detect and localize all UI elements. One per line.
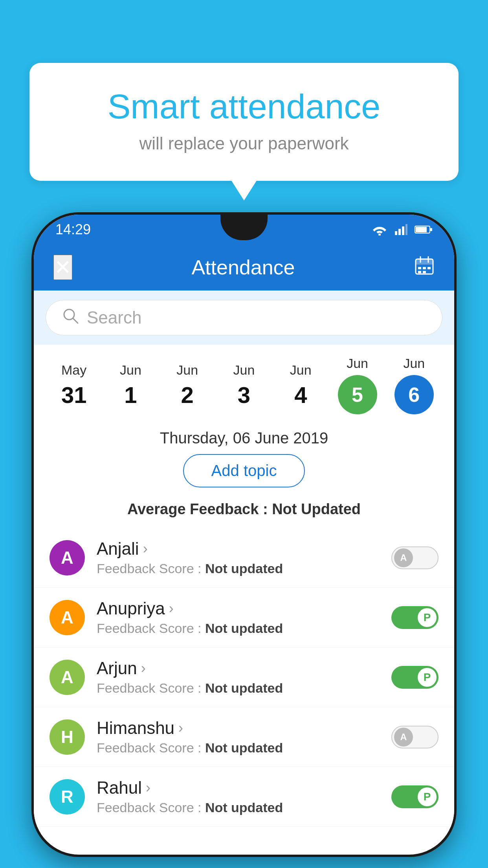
- student-info: Anjali›Feedback Score : Not updated: [97, 539, 380, 576]
- date-day: 2: [181, 382, 194, 408]
- svg-rect-9: [416, 259, 433, 265]
- close-button[interactable]: ✕: [53, 255, 72, 280]
- student-name[interactable]: Rahul›: [97, 778, 380, 798]
- attendance-toggle[interactable]: P: [391, 785, 438, 808]
- date-day: 6: [394, 375, 434, 414]
- student-item: HHimanshu›Feedback Score : Not updatedA: [34, 707, 454, 767]
- signal-icon: [395, 224, 407, 235]
- feedback-score: Feedback Score : Not updated: [97, 800, 380, 815]
- date-month: Jun: [233, 362, 255, 378]
- student-list: AAnjali›Feedback Score : Not updatedAAAn…: [34, 528, 454, 827]
- attendance-toggle[interactable]: P: [391, 606, 438, 629]
- toggle-knob: P: [418, 787, 437, 806]
- search-bar[interactable]: Search: [46, 300, 442, 335]
- svg-line-18: [73, 318, 78, 323]
- bubble-subtitle: will replace your paperwork: [61, 134, 427, 153]
- chevron-right-icon: ›: [143, 541, 148, 557]
- status-bar: 14:29: [34, 215, 454, 244]
- date-month: Jun: [290, 362, 312, 378]
- svg-rect-1: [395, 231, 397, 235]
- feedback-score: Feedback Score : Not updated: [97, 561, 380, 576]
- svg-rect-4: [405, 224, 407, 235]
- student-item: RRahul›Feedback Score : Not updatedP: [34, 767, 454, 827]
- selected-date-display: Thursday, 06 June 2019: [34, 418, 454, 454]
- student-name-text: Anupriya: [97, 599, 165, 618]
- date-col[interactable]: Jun6: [386, 356, 442, 414]
- svg-rect-12: [418, 267, 421, 269]
- date-col[interactable]: Jun1: [102, 362, 159, 408]
- date-col[interactable]: May31: [46, 362, 102, 408]
- feedback-score: Feedback Score : Not updated: [97, 680, 380, 696]
- svg-rect-15: [418, 271, 421, 273]
- battery-icon: [415, 225, 433, 234]
- wifi-icon: [371, 224, 388, 235]
- chevron-right-icon: ›: [169, 600, 174, 617]
- student-info: Anupriya›Feedback Score : Not updated: [97, 599, 380, 636]
- date-strip: May31Jun1Jun2Jun3Jun4Jun5Jun6: [34, 345, 454, 418]
- chevron-right-icon: ›: [141, 660, 146, 677]
- student-name[interactable]: Anupriya›: [97, 599, 380, 618]
- attendance-toggle[interactable]: P: [391, 666, 438, 689]
- student-info: Himanshu›Feedback Score : Not updated: [97, 718, 380, 756]
- header-title: Attendance: [191, 256, 295, 279]
- status-icons: [371, 224, 433, 235]
- date-month: Jun: [120, 362, 141, 378]
- speech-bubble-section: Smart attendance will replace your paper…: [29, 63, 459, 181]
- student-name-text: Rahul: [97, 778, 142, 798]
- chevron-right-icon: ›: [146, 780, 150, 796]
- phone-frame: 14:29: [31, 212, 457, 857]
- student-name-text: Anjali: [97, 539, 139, 559]
- search-container: Search: [34, 291, 454, 345]
- chevron-right-icon: ›: [178, 720, 183, 736]
- student-item: AAnjali›Feedback Score : Not updatedA: [34, 528, 454, 588]
- student-name[interactable]: Anjali›: [97, 539, 380, 559]
- date-month: Jun: [347, 356, 368, 371]
- date-col[interactable]: Jun4: [272, 362, 329, 408]
- student-name[interactable]: Himanshu›: [97, 718, 380, 738]
- svg-rect-14: [427, 267, 431, 269]
- svg-rect-2: [398, 229, 401, 235]
- avatar: A: [50, 540, 85, 576]
- attendance-toggle[interactable]: A: [391, 726, 438, 748]
- search-icon: [62, 307, 79, 328]
- calendar-icon[interactable]: [414, 255, 435, 280]
- date-day: 3: [238, 382, 250, 408]
- date-month: May: [61, 362, 86, 378]
- notch: [220, 215, 268, 240]
- svg-rect-6: [416, 227, 427, 232]
- date-col[interactable]: Jun5: [329, 356, 385, 414]
- phone-screen: 14:29: [34, 215, 454, 855]
- avg-feedback: Average Feedback : Not Updated: [34, 497, 454, 528]
- svg-rect-7: [430, 228, 432, 231]
- date-day: 4: [294, 382, 307, 408]
- avg-feedback-label: Average Feedback :: [127, 501, 268, 517]
- student-name-text: Himanshu: [97, 718, 174, 738]
- student-item: AArjun›Feedback Score : Not updatedP: [34, 647, 454, 707]
- toggle-knob: A: [394, 728, 413, 747]
- avg-feedback-value: Not Updated: [272, 501, 361, 517]
- svg-rect-13: [423, 267, 426, 269]
- feedback-score: Feedback Score : Not updated: [97, 740, 380, 756]
- search-placeholder: Search: [87, 308, 141, 327]
- student-item: AAnupriya›Feedback Score : Not updatedP: [34, 588, 454, 647]
- feedback-score: Feedback Score : Not updated: [97, 621, 380, 636]
- student-name[interactable]: Arjun›: [97, 658, 380, 678]
- avatar: A: [50, 600, 85, 635]
- avatar: A: [50, 660, 85, 695]
- date-day: 31: [61, 382, 87, 408]
- student-info: Rahul›Feedback Score : Not updated: [97, 778, 380, 815]
- add-topic-button[interactable]: Add topic: [183, 454, 305, 487]
- avatar: H: [50, 719, 85, 755]
- speech-bubble: Smart attendance will replace your paper…: [29, 63, 459, 181]
- date-col[interactable]: Jun3: [216, 362, 272, 408]
- attendance-toggle[interactable]: A: [391, 546, 438, 569]
- date-col[interactable]: Jun2: [159, 362, 216, 408]
- date-month: Jun: [176, 362, 198, 378]
- toggle-knob: P: [418, 668, 437, 687]
- bubble-title: Smart attendance: [61, 86, 427, 127]
- date-day: 1: [124, 382, 137, 408]
- toggle-knob: A: [394, 548, 413, 567]
- date-month: Jun: [403, 356, 425, 371]
- date-day: 5: [338, 375, 377, 414]
- svg-rect-16: [423, 271, 426, 273]
